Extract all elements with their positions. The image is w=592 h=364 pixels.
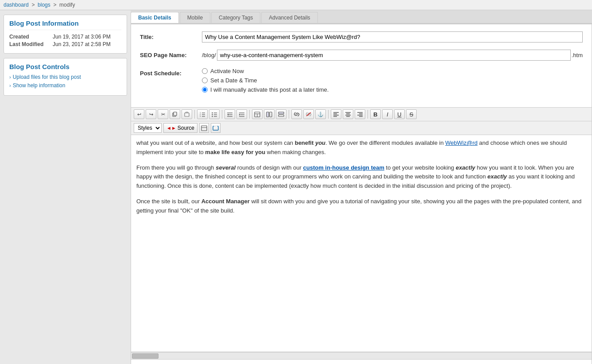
created-row: Created Jun 19, 2017 at 3:06 PM [9,34,121,40]
sep2 [222,110,222,119]
seo-prefix: /blog/ [202,52,216,58]
strikethrough-button[interactable]: S [406,109,417,119]
last-modified-label: Last Modified [9,41,49,47]
ul-button[interactable] [209,109,220,119]
radio-activate-now[interactable]: Activate Now [202,68,583,74]
design-team-link[interactable]: custom in-house design team [303,164,384,171]
table-row-button[interactable] [276,109,286,119]
bottom-form: Allow Commenting: Yes - Allow readers to… [131,360,592,364]
schedule-label: Post Schedule: [140,68,202,77]
tab-basic-details[interactable]: Basic Details [131,12,179,23]
breadcrumb-blogs[interactable]: blogs [38,2,50,8]
cut-button[interactable]: ✂ [158,109,168,119]
tab-advanced-details[interactable]: Advanced Details [261,12,317,23]
schedule-row: Post Schedule: Activate Now Set a Date &… [140,68,583,93]
editor-para1: what you want out of a website, and how … [136,139,586,157]
breadcrumb-dashboard[interactable]: dashboard [4,2,29,8]
editor-hscroll[interactable] [131,352,592,359]
svg-marker-19 [227,114,228,116]
unlink-button[interactable] [303,109,314,119]
toggle-button[interactable] [199,123,209,133]
redo-button[interactable]: ↪ [146,109,156,119]
seo-input[interactable] [217,50,571,61]
breadcrumb: dashboard > blogs > modify [0,0,592,10]
schedule-control: Activate Now Set a Date & Time I will ma… [202,68,583,93]
svg-rect-28 [270,112,272,117]
created-label: Created [9,34,49,40]
blog-info-card: Blog Post Information Created Jun 19, 20… [4,15,127,54]
align-center-button[interactable] [343,109,353,119]
sidebar: Blog Post Information Created Jun 19, 20… [0,10,131,364]
editor-container[interactable]: what you want out of a website, and how … [131,135,592,352]
chevron-right-icon: › [9,74,11,80]
hscroll-thumb[interactable] [132,353,159,359]
content-area: Basic Details Mobile Category Tags Advan… [131,10,592,364]
indent-decrease-button[interactable] [224,109,235,119]
indent-increase-button[interactable] [236,109,247,119]
svg-rect-27 [267,112,269,117]
seo-control: /blog/ .htm [202,50,583,61]
anchor-button[interactable]: ⚓ [315,109,326,119]
title-input[interactable] [202,31,583,43]
toolbar-row2: Styles ◄► Source ||| [131,121,592,135]
radio-set-date[interactable]: Set a Date & Time [202,77,583,84]
controls-title: Blog Post Controls [9,63,121,70]
webwizard-link1[interactable]: WebWiz@rd [445,139,478,146]
chevron-right-icon2: › [9,83,11,88]
paste-button[interactable] [182,109,192,119]
editor-para3: Once the site is built, our Account Mana… [136,197,586,216]
italic-button[interactable]: I [382,109,393,119]
tab-category-tags[interactable]: Category Tags [211,12,260,23]
svg-text:3.: 3. [200,115,201,117]
radio-manually-input[interactable] [202,87,208,93]
undo-button[interactable]: ↩ [134,109,144,119]
last-modified-value: Jun 23, 2017 at 2:58 PM [53,41,111,47]
link-button[interactable] [291,109,302,119]
blog-info-title: Blog Post Information [9,19,121,30]
copy-button[interactable] [170,109,180,119]
seo-suffix: .htm [572,52,583,58]
sep4 [289,110,289,119]
align-right-button[interactable] [355,109,365,119]
toolbar-row1: ↩ ↪ ✂ 1.2.3. [131,108,592,121]
svg-rect-46 [213,126,218,130]
ol-button[interactable]: 1.2.3. [197,109,208,119]
radio-manually[interactable]: I will manually activate this post at a … [202,86,583,93]
editor-body[interactable]: what you want out of a website, and how … [131,135,592,352]
svg-rect-29 [279,112,284,114]
tab-mobile[interactable]: Mobile [180,12,210,23]
editor-para2: From there you will go through several r… [136,163,586,191]
source-icon: ◄► [166,125,176,131]
tabs-bar: Basic Details Mobile Category Tags Advan… [131,10,592,24]
svg-rect-30 [279,115,284,116]
title-control [202,31,583,43]
upload-files-link[interactable]: › Upload files for this blog post [9,74,121,80]
seo-row: SEO Page Name: /blog/ .htm [140,50,583,61]
radio-set-date-input[interactable] [202,77,208,83]
source-label: Source [178,125,194,131]
last-modified-row: Last Modified Jun 23, 2017 at 2:58 PM [9,41,121,47]
form-section: Title: SEO Page Name: /blog/ .htm [131,24,592,108]
underline-button[interactable]: U [394,109,405,119]
title-label: Title: [140,31,202,40]
fullscreen-button[interactable]: ||| [211,123,221,133]
svg-point-14 [212,114,213,115]
svg-rect-44 [201,126,207,131]
styles-dropdown[interactable]: Styles [134,123,162,133]
show-help-link[interactable]: › Show help information [9,82,121,89]
align-left-button[interactable] [331,109,341,119]
sep1 [194,110,195,119]
svg-marker-23 [239,114,240,116]
sep6 [368,110,368,119]
schedule-radio-group: Activate Now Set a Date & Time I will ma… [202,68,583,93]
source-button[interactable]: ◄► Source [163,123,197,133]
radio-activate-now-input[interactable] [202,68,208,74]
bold-button[interactable]: B [370,109,381,119]
table-col-button[interactable] [264,109,275,119]
breadcrumb-current: modify [59,2,75,8]
title-row: Title: [140,31,583,43]
svg-rect-3 [185,113,189,116]
sep5 [328,110,329,119]
seo-label: SEO Page Name: [140,50,202,58]
table-insert-button[interactable] [252,109,263,119]
